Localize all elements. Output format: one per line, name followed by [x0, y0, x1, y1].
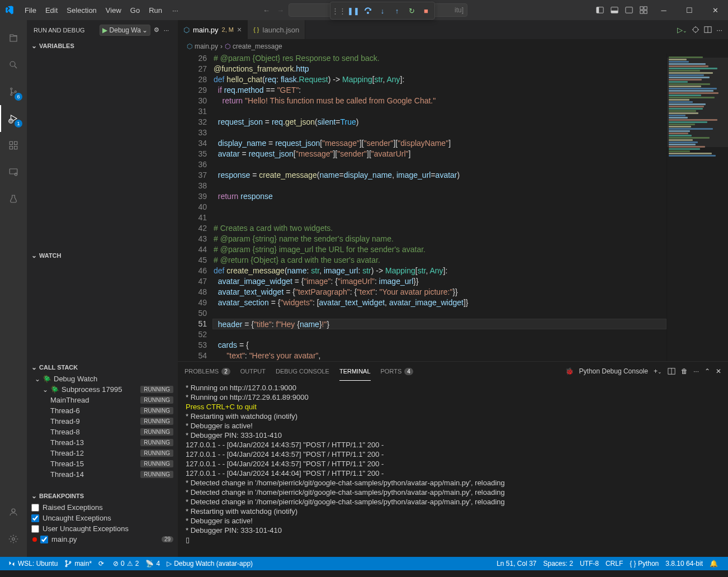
callstack-header[interactable]: ⌄CALL STACK — [27, 361, 178, 373]
tab-problems[interactable]: PROBLEMS2 — [185, 365, 230, 378]
more-icon[interactable]: ··· — [693, 367, 699, 375]
terminal-name[interactable]: Python Debug Console — [579, 367, 648, 375]
breakpoint-item[interactable]: Uncaught Exceptions — [27, 513, 178, 523]
status-item[interactable]: main* — [61, 557, 95, 570]
close-panel-icon[interactable]: ✕ — [716, 367, 721, 375]
status-item[interactable]: ⊘0⚠2 — [110, 557, 142, 570]
breakpoint-item[interactable]: main.py29 — [27, 534, 178, 545]
restart-icon[interactable]: ↻ — [404, 3, 419, 18]
breakpoints-header[interactable]: ⌄BREAKPOINTS — [27, 490, 178, 502]
watch-header[interactable]: ⌄WATCH — [27, 249, 178, 262]
activity-debug[interactable]: 1 — [0, 105, 27, 132]
toggle-panel-left-icon[interactable] — [593, 4, 607, 16]
new-terminal-icon[interactable]: +⌄ — [654, 367, 662, 375]
toggle-panel-bottom-icon[interactable] — [607, 4, 622, 16]
breakpoint-checkbox[interactable] — [31, 514, 39, 522]
run-icon[interactable]: ▷⌄ — [677, 26, 687, 34]
callstack-item[interactable]: Thread-6RUNNING — [27, 405, 178, 416]
breakpoint-checkbox[interactable] — [31, 525, 39, 533]
tab-debug-console[interactable]: DEBUG CONSOLE — [276, 365, 329, 377]
activity-remote[interactable] — [0, 159, 27, 186]
svg-point-11 — [11, 94, 12, 96]
stop-icon[interactable]: ■ — [419, 3, 433, 18]
breakpoint-item[interactable]: User Uncaught Exceptions — [27, 523, 178, 534]
activity-account[interactable] — [0, 499, 27, 526]
status-item[interactable]: CRLF — [602, 557, 626, 570]
status-item[interactable]: 🔔 — [706, 557, 724, 570]
callstack-item[interactable]: Thread-12RUNNING — [27, 448, 178, 458]
callstack-item[interactable]: MainThreadRUNNING — [27, 395, 178, 405]
breadcrumb[interactable]: ⬡ main.py › ⬡ create_message — [178, 40, 728, 53]
close-tab-icon[interactable]: × — [237, 25, 242, 34]
gear-icon[interactable]: ⚙ — [154, 26, 159, 34]
status-item[interactable]: 📡4 — [142, 557, 163, 570]
status-badge: RUNNING — [140, 439, 173, 446]
status-item[interactable]: { } Python — [626, 557, 662, 570]
menu-view[interactable]: View — [101, 4, 126, 17]
toggle-panel-right-icon[interactable] — [622, 4, 636, 16]
close-icon[interactable]: ✕ — [702, 0, 728, 20]
minimize-icon[interactable]: ─ — [651, 0, 677, 20]
activity-scm[interactable]: 6 — [0, 78, 27, 105]
activity-explorer[interactable] — [0, 25, 27, 51]
step-out-icon[interactable]: ↑ — [390, 3, 404, 18]
customize-layout-icon[interactable] — [636, 4, 651, 16]
tab-output[interactable]: OUTPUT — [240, 365, 266, 377]
activity-search[interactable] — [0, 51, 27, 78]
callstack-item[interactable]: Thread-13RUNNING — [27, 437, 178, 448]
menu-go[interactable]: Go — [126, 4, 144, 17]
tab-main-py[interactable]: ⬡main.py2, M× — [178, 20, 248, 39]
activity-extensions[interactable] — [0, 132, 27, 159]
status-item[interactable]: ▷Debug Watch (avatar-app) — [163, 557, 256, 570]
callstack-item[interactable]: Thread-14RUNNING — [27, 469, 178, 480]
terminal[interactable]: * Running on http://127.0.0.1:9000 * Run… — [178, 381, 728, 557]
split-terminal-icon[interactable] — [668, 367, 675, 375]
pause-icon[interactable]: ❚❚ — [346, 3, 361, 18]
debug-config-selector[interactable]: ▶ Debug Wa ⌄ — [100, 25, 150, 36]
callstack-item[interactable]: Thread-15RUNNING — [27, 458, 178, 469]
status-item[interactable]: Spaces: 2 — [540, 557, 576, 570]
maximize-icon[interactable]: ☐ — [677, 0, 702, 20]
command-center-text: itu] — [455, 6, 464, 14]
minimap[interactable] — [666, 53, 728, 361]
menu-edit[interactable]: Edit — [41, 4, 62, 17]
activity-testing[interactable] — [0, 186, 27, 212]
kill-terminal-icon[interactable]: 🗑 — [681, 367, 688, 375]
breakpoint-checkbox[interactable] — [31, 504, 39, 512]
menu-file[interactable]: File — [20, 4, 41, 17]
code-editor[interactable]: 2627282930313233343536373839404142434445… — [178, 53, 666, 361]
step-into-icon[interactable]: ↓ — [375, 3, 390, 18]
tab-launch-json[interactable]: { }launch.json — [248, 20, 305, 39]
more-icon[interactable]: ··· — [162, 27, 171, 34]
tab-terminal[interactable]: TERMINAL — [339, 365, 371, 377]
editor-tabs: ⬡main.py2, M×{ }launch.json ▷⌄ ··· — [178, 20, 728, 40]
split-editor-icon[interactable] — [704, 26, 712, 34]
variables-header[interactable]: ⌄VARIABLES — [27, 40, 178, 52]
debug-alt-icon[interactable] — [692, 26, 699, 34]
menu-more[interactable]: ··· — [168, 4, 183, 17]
callstack-item[interactable]: Thread-8RUNNING — [27, 427, 178, 437]
menu-run[interactable]: Run — [144, 4, 167, 17]
nav-forward-icon[interactable]: → — [275, 4, 286, 17]
tab-ports[interactable]: PORTS4 — [381, 365, 413, 378]
callstack-item[interactable]: ⌄🪲Debug Watch — [27, 373, 178, 384]
breakpoint-item[interactable]: Raised Exceptions — [27, 502, 178, 513]
more-icon[interactable]: ··· — [716, 26, 722, 34]
chevron-down-icon: ⌄ — [35, 375, 42, 383]
callstack-item[interactable]: Thread-9RUNNING — [27, 416, 178, 427]
status-item[interactable]: ⟳ — [95, 557, 110, 570]
maximize-panel-icon[interactable]: ⌃ — [705, 367, 710, 375]
svg-rect-6 — [644, 7, 647, 10]
callstack-item[interactable]: ⌄🪲Subprocess 17995RUNNING — [27, 384, 178, 395]
activity-settings[interactable] — [0, 526, 27, 552]
status-item[interactable]: UTF-8 — [576, 557, 602, 570]
nav-back-icon[interactable]: ← — [261, 4, 272, 17]
status-item[interactable]: Ln 51, Col 37 — [493, 557, 540, 570]
drag-handle-icon[interactable]: ⋮⋮ — [332, 3, 346, 18]
step-over-icon[interactable] — [361, 3, 375, 18]
status-item[interactable]: WSL: Ubuntu — [4, 557, 61, 570]
watch-label: WATCH — [39, 252, 62, 259]
status-item[interactable]: 3.8.10 64-bit — [662, 557, 706, 570]
menu-selection[interactable]: Selection — [62, 4, 101, 17]
breakpoint-checkbox[interactable] — [40, 536, 48, 543]
